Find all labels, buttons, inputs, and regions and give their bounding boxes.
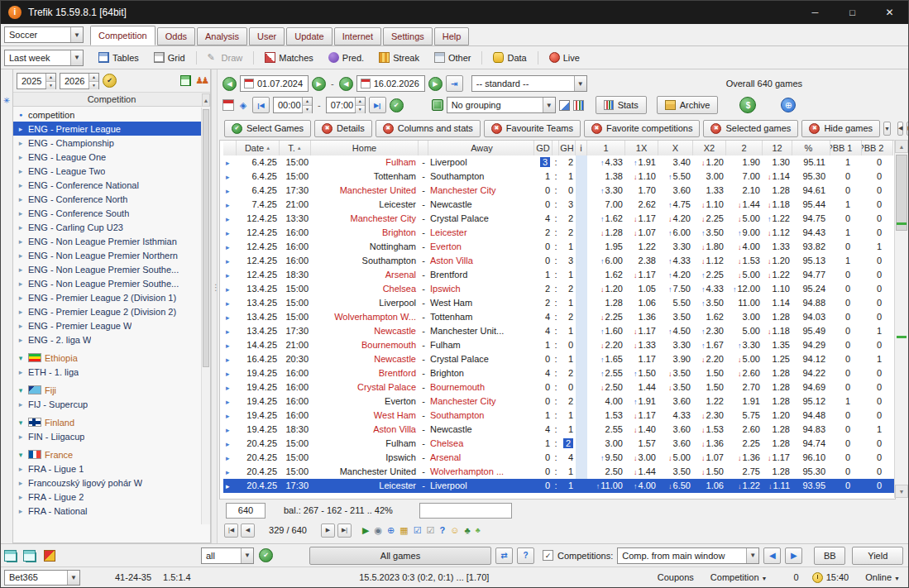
table-row[interactable]: ▸6.4.2515:00Fulham-Liverpool3:2↑4.33↑1.9… <box>223 155 895 170</box>
date-from-field[interactable]: 01.07.2024 <box>240 75 309 92</box>
tree-item-eng-carling-cup-u23[interactable]: ▸ENG - Carling Cup U23 <box>13 220 201 234</box>
column-header-date[interactable]: Date▲ <box>237 141 280 155</box>
table-row[interactable]: ▸13.4.2517:30Newcastle-Manchester Unit..… <box>223 324 895 338</box>
date-to-next-button[interactable]: ▶ <box>428 77 443 91</box>
table-row[interactable]: ▸19.4.2516:00Crystal Palace-Bournemouth0… <box>223 380 895 394</box>
date-to-prev-button[interactable]: ◀ <box>339 77 353 91</box>
tab-user[interactable]: User <box>249 27 285 45</box>
tree-item-eng-championship[interactable]: ▸ENG - Championship <box>13 136 201 150</box>
tab-settings[interactable]: Settings <box>383 27 433 45</box>
toolbar-other-button[interactable]: Other <box>428 50 478 65</box>
minimize-button[interactable]: ─ <box>797 1 834 24</box>
table-row[interactable]: ▸6.4.2515:00Tottenham-Southampton1:11.38… <box>223 170 895 184</box>
toolbar-tables-button[interactable]: Tables <box>92 50 146 65</box>
spinner-arrows-icon[interactable]: ▲▼ <box>355 98 365 112</box>
notes-icon[interactable]: ▦ <box>399 525 408 536</box>
comp-next-button[interactable]: ▶ <box>785 547 802 564</box>
column-header-x[interactable]: X <box>658 141 693 155</box>
expand-arrow-icon[interactable]: ▸ <box>17 125 25 133</box>
column-header-time[interactable]: T.▲ <box>280 141 311 155</box>
filter-favourite-teams-button[interactable]: ✖Favourite Teams <box>484 120 581 137</box>
collapse-arrow-icon[interactable]: ▾ <box>17 354 25 362</box>
spinner-arrows-icon[interactable]: ▲▼ <box>89 74 98 88</box>
table-row[interactable]: ▸19.4.2518:30Aston Villa-Newcastle4:12.5… <box>223 423 895 437</box>
sport-select[interactable]: Soccer ▼ <box>4 26 84 43</box>
tree-country-fiji[interactable]: ▾Fiji <box>13 383 201 397</box>
tile-windows-icon[interactable] <box>23 550 36 562</box>
table-row[interactable]: ▸12.4.2516:00Brighton-Leicester2:2↓1.28↓… <box>223 226 895 240</box>
expand-arrow-icon[interactable]: ▸ <box>17 493 25 501</box>
column-header-2[interactable]: 2 <box>726 141 763 155</box>
year-to-spinner[interactable]: 2026 ▲▼ <box>60 73 99 89</box>
expand-arrow-icon[interactable]: ▸ <box>17 195 25 203</box>
toolbar-draw-button[interactable]: Draw <box>201 50 250 65</box>
expand-icon[interactable]: ◈ <box>237 100 249 111</box>
tree-item-fin-liigacup[interactable]: ▸FIN - Liigacup <box>13 429 201 443</box>
expand-arrow-icon[interactable]: ▸ <box>17 223 25 232</box>
tree-item-eng-conference-national[interactable]: ▸ENG - Conference National <box>13 178 201 192</box>
filter-selected-games-button[interactable]: ✖Selected games <box>703 120 798 137</box>
column-header-pct[interactable]: % <box>792 141 830 155</box>
column-header-away[interactable]: Away <box>428 141 534 155</box>
expand-arrow-icon[interactable]: ▸ <box>17 251 25 260</box>
filter-select-games-button[interactable]: ✔Select Games <box>224 120 311 137</box>
next-record-button[interactable]: ▶ <box>321 523 335 538</box>
tree-scrollbar[interactable]: ▲ <box>201 108 210 524</box>
tree-item-eng-2-liga-w[interactable]: ▸ENG - 2. liga W <box>13 332 201 347</box>
yield-button[interactable]: Yield <box>852 547 903 565</box>
filter-more-button[interactable]: ▼ <box>883 122 891 136</box>
preset-select[interactable]: -- standard -- ▼ <box>471 75 587 92</box>
competitions-source-select[interactable]: Comp. from main window ▼ <box>617 547 759 564</box>
tree-item-eng-premier-league-w[interactable]: ▸ENG - Premier League W <box>13 318 201 332</box>
tree-country-ethiopia[interactable]: ▾Ethiopia <box>13 351 201 365</box>
tabs-scroll-left-button[interactable]: ◀ <box>897 122 903 136</box>
season-table-icon[interactable] <box>180 75 191 86</box>
column-header-i[interactable]: i <box>576 141 587 155</box>
tree-item-eng-non-league-premier-northern[interactable]: ▸ENG - Non League Premier Northern <box>13 248 201 262</box>
favorites-star-icon[interactable]: ✳ <box>3 96 10 105</box>
column-header-bb2[interactable]: ?BB 2 <box>862 141 893 155</box>
games-filter-select[interactable]: all ▼ <box>201 547 254 564</box>
apply-season-button[interactable]: ✔ <box>103 74 117 88</box>
expand-arrow-icon[interactable]: ▸ <box>17 479 25 487</box>
tree-item-eth-1-liga[interactable]: ▸ETH - 1. liga <box>13 365 201 379</box>
expand-arrow-icon[interactable]: ▸ <box>17 433 25 441</box>
time-from-spinner[interactable]: 00:00 ▲▼ <box>273 97 313 113</box>
expand-arrow-icon[interactable]: ▸ <box>17 507 25 515</box>
jump-to-today-button[interactable]: ⇥ <box>446 75 463 92</box>
column-header-gh[interactable]: GH <box>559 141 576 155</box>
stats-button[interactable]: Stats <box>596 96 647 114</box>
column-header-bb1[interactable]: ?BB 1 <box>830 141 862 155</box>
spinner-arrows-icon[interactable]: ▲▼ <box>45 74 55 88</box>
date-to-field[interactable]: 16.02.2026 <box>356 75 425 92</box>
table-row[interactable]: ▸12.4.2518:30Arsenal-Brentford1:11.62↓1.… <box>223 268 895 282</box>
table-row[interactable]: ▸20.4.2515:00Manchester United-Wolverham… <box>223 465 895 479</box>
panel-splitter[interactable]: ⋮ <box>211 69 218 543</box>
date-from-next-button[interactable]: ▶ <box>312 77 326 91</box>
filter-details-button[interactable]: ✖Details <box>314 120 372 137</box>
filter-favorite-competitions-button[interactable]: ✖Favorite competitions <box>584 120 701 137</box>
smiley-icon[interactable]: ☺ <box>450 525 459 535</box>
filter-columns-and-stats-button[interactable]: ✖Columns and stats <box>376 120 481 137</box>
scroll-up-icon[interactable]: ▲ <box>895 140 908 153</box>
competitions-checkbox[interactable]: ✓ <box>543 550 553 561</box>
maximize-button[interactable]: □ <box>834 1 871 24</box>
tree-item-fra-ligue-1[interactable]: ▸FRA - Ligue 1 <box>13 461 201 476</box>
table-row[interactable]: ▸12.4.2516:00Nottingham-Everton0:11.951.… <box>223 240 895 254</box>
tab-analysis[interactable]: Analysis <box>197 27 247 45</box>
tree-item-eng-league-one[interactable]: ▸ENG - League One <box>13 150 201 164</box>
time-to-spinner[interactable]: 07:00 ▲▼ <box>326 97 366 113</box>
range-select[interactable]: Last week ▼ <box>4 50 84 66</box>
column-header-12[interactable]: 12 <box>763 141 792 155</box>
tab-internet[interactable]: Internet <box>334 27 381 45</box>
tree-item-eng-non-league-premier-isthmian[interactable]: ▸ENG - Non League Premier Isthmian <box>13 234 201 248</box>
toolbar-streak-button[interactable]: Streak <box>372 50 426 65</box>
expand-arrow-icon[interactable]: ▸ <box>17 322 25 330</box>
expand-arrow-icon[interactable]: ▸ <box>17 139 25 147</box>
tab-competition[interactable]: Competition <box>90 26 155 45</box>
toolbar-matches-button[interactable]: Matches <box>258 50 320 65</box>
tree-item-eng-premier-league[interactable]: ▸ENG - Premier League <box>13 122 201 136</box>
tree-item-eng-league-two[interactable]: ▸ENG - League Two <box>13 164 201 178</box>
tree-country-france[interactable]: ▾France <box>13 447 201 461</box>
apply-games-filter-button[interactable]: ✔ <box>259 548 273 562</box>
